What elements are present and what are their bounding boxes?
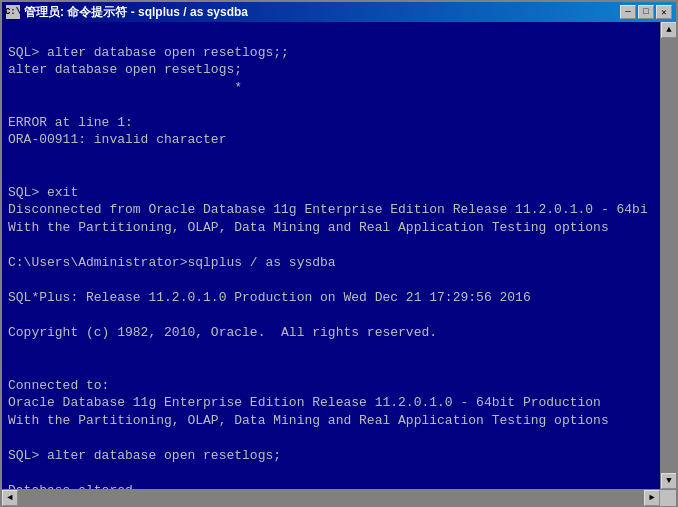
console-empty-line bbox=[8, 359, 654, 377]
console-line: C:\Users\Administrator>sqlplus / as sysd… bbox=[8, 254, 654, 272]
maximize-button[interactable]: □ bbox=[638, 5, 654, 19]
vertical-scrollbar[interactable]: ▲ ▼ bbox=[660, 22, 676, 489]
console-line: With the Partitioning, OLAP, Data Mining… bbox=[8, 219, 654, 237]
console-line: SQL> alter database open resetlogs;; bbox=[8, 44, 654, 62]
console-line: Oracle Database 11g Enterprise Edition R… bbox=[8, 394, 654, 412]
console-empty-line bbox=[8, 430, 654, 448]
console-line: * bbox=[8, 79, 654, 97]
console-line: Connected to: bbox=[8, 377, 654, 395]
console-empty-line bbox=[8, 96, 654, 114]
scroll-right-button[interactable]: ► bbox=[644, 490, 660, 506]
console-line: Copyright (c) 1982, 2010, Oracle. All ri… bbox=[8, 324, 654, 342]
console-line: ERROR at line 1: bbox=[8, 114, 654, 132]
main-window: C:\ 管理员: 命令提示符 - sqlplus / as sysdba ─ □… bbox=[0, 0, 678, 507]
window-title: 管理员: 命令提示符 - sqlplus / as sysdba bbox=[24, 4, 248, 21]
console-output[interactable]: SQL> alter database open resetlogs;;alte… bbox=[2, 22, 660, 489]
console-empty-line bbox=[8, 237, 654, 255]
hscroll-track[interactable] bbox=[18, 490, 644, 505]
scroll-track[interactable] bbox=[661, 38, 676, 473]
console-line: SQL> exit bbox=[8, 184, 654, 202]
console-empty-line bbox=[8, 26, 654, 44]
scroll-left-button[interactable]: ◄ bbox=[2, 490, 18, 506]
console-empty-line bbox=[8, 307, 654, 325]
console-line: SQL*Plus: Release 11.2.0.1.0 Production … bbox=[8, 289, 654, 307]
console-empty-line bbox=[8, 166, 654, 184]
console-area: SQL> alter database open resetlogs;;alte… bbox=[2, 22, 676, 489]
title-bar: C:\ 管理员: 命令提示符 - sqlplus / as sysdba ─ □… bbox=[2, 2, 676, 22]
console-empty-line bbox=[8, 465, 654, 483]
scroll-up-button[interactable]: ▲ bbox=[661, 22, 676, 38]
scroll-corner bbox=[660, 490, 676, 506]
console-empty-line bbox=[8, 342, 654, 360]
minimize-button[interactable]: ─ bbox=[620, 5, 636, 19]
scroll-down-button[interactable]: ▼ bbox=[661, 473, 676, 489]
title-bar-left: C:\ 管理员: 命令提示符 - sqlplus / as sysdba bbox=[6, 4, 248, 21]
close-button[interactable]: ✕ bbox=[656, 5, 672, 19]
console-empty-line bbox=[8, 149, 654, 167]
title-controls[interactable]: ─ □ ✕ bbox=[620, 5, 672, 19]
console-empty-line bbox=[8, 272, 654, 290]
console-line: alter database open resetlogs; bbox=[8, 61, 654, 79]
window-icon: C:\ bbox=[6, 5, 20, 19]
console-line: ORA-00911: invalid character bbox=[8, 131, 654, 149]
console-line: Database altered. bbox=[8, 482, 654, 489]
console-line: With the Partitioning, OLAP, Data Mining… bbox=[8, 412, 654, 430]
console-line: SQL> alter database open resetlogs; bbox=[8, 447, 654, 465]
horizontal-scrollbar[interactable]: ◄ ► bbox=[2, 489, 676, 505]
console-line: Disconnected from Oracle Database 11g En… bbox=[8, 201, 654, 219]
